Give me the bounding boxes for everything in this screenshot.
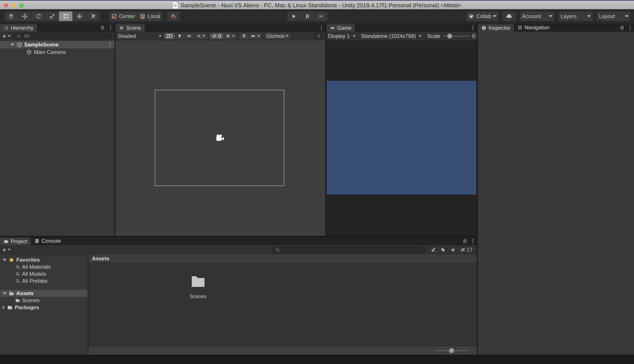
zoom-window-button[interactable] [19, 3, 24, 8]
layers-dropdown[interactable]: Layers [558, 11, 593, 21]
create-asset-button[interactable]: + [2, 247, 10, 253]
chevron-down-icon [257, 35, 260, 37]
scale-tool-button[interactable] [45, 11, 59, 21]
scene-visibility-button[interactable]: 0 [210, 33, 224, 40]
chevron-down-icon [353, 35, 356, 37]
tree-row-favorites[interactable]: Favorites [0, 256, 88, 264]
scale-slider[interactable] [443, 33, 469, 40]
custom-tools-button[interactable] [86, 11, 100, 21]
game-viewport[interactable] [326, 40, 477, 236]
hierarchy-row-main-camera[interactable]: Main Camera [0, 48, 114, 56]
cloud-button[interactable] [502, 11, 516, 21]
transform-tool-button[interactable] [73, 11, 86, 21]
project-search-input[interactable] [282, 246, 424, 253]
transform-icon [76, 13, 82, 19]
scene-lighting-button[interactable] [175, 33, 184, 40]
expand-collapse-icon[interactable] [3, 306, 5, 310]
window-controls [4, 1, 24, 10]
pivot-mode-button[interactable]: Center [109, 11, 137, 21]
scene-grid-dropdown[interactable] [224, 33, 237, 40]
move-tool-button[interactable] [18, 11, 32, 21]
search-by-label-button[interactable] [438, 246, 448, 253]
scene-search-field[interactable] [314, 33, 323, 40]
project-tabbar: Project Console [0, 237, 477, 245]
display-dropdown[interactable]: Display 1 [328, 33, 356, 39]
expand-collapse-icon[interactable] [3, 292, 6, 295]
asset-item-scenes-folder[interactable]: Scenes [184, 272, 212, 300]
search-by-type-button[interactable] [428, 246, 438, 253]
panel-menu-button[interactable] [472, 24, 474, 30]
pause-button[interactable] [300, 11, 314, 21]
unlock-icon [100, 25, 105, 30]
panel-menu-button[interactable] [629, 24, 631, 30]
scene-camera-dropdown[interactable] [249, 33, 262, 40]
draw-mode-dropdown[interactable]: Shaded [118, 33, 162, 39]
hierarchy-row-samplescene[interactable]: SampleScene [0, 41, 114, 48]
expand-collapse-icon[interactable] [3, 259, 6, 261]
tree-row-all-materials[interactable]: All Materials [0, 264, 88, 270]
close-window-button[interactable] [4, 3, 8, 8]
camera-gizmo-icon[interactable] [214, 133, 225, 144]
hierarchy-search-field[interactable] [14, 33, 112, 40]
grid-snapping-button[interactable] [167, 11, 180, 21]
tree-row-assets[interactable]: Assets [0, 290, 88, 297]
layout-dropdown[interactable]: Layout [596, 11, 631, 21]
project-breadcrumb: Assets [88, 254, 477, 263]
panel-menu-button[interactable] [320, 24, 323, 30]
light-bulb-icon [177, 34, 182, 39]
scene-audio-button[interactable] [184, 33, 194, 40]
lock-button[interactable] [462, 238, 468, 244]
account-label: Account [522, 13, 541, 19]
lock-button[interactable] [100, 25, 105, 30]
aspect-label: Standalone (1024x768) [361, 33, 416, 39]
collab-button[interactable]: Collab [466, 11, 499, 21]
aspect-dropdown[interactable]: Standalone (1024x768) [361, 33, 422, 39]
tab-game[interactable]: Game [326, 24, 355, 32]
tree-row-all-prefabs[interactable]: All Prefabs [0, 278, 88, 284]
tree-row-all-models[interactable]: All Models [0, 270, 88, 278]
rect-tool-button[interactable] [59, 11, 73, 21]
tree-row-packages[interactable]: Packages [0, 304, 88, 311]
thumbnail-size-slider[interactable] [435, 347, 468, 354]
shapes-icon [430, 247, 436, 252]
tab-console[interactable]: Console [31, 237, 64, 245]
panel-menu-button[interactable] [472, 238, 474, 244]
scene-viewport[interactable] [115, 40, 325, 236]
rotation-mode-button[interactable]: Local [137, 11, 162, 21]
scene-effects-dropdown[interactable] [194, 33, 207, 40]
scale-slider-thumb[interactable] [447, 34, 452, 38]
tab-inspector[interactable]: Inspector [478, 24, 514, 32]
hidden-packages-toggle[interactable]: 17 [458, 246, 474, 253]
hierarchy-search-input[interactable] [23, 33, 110, 40]
hand-tool-button[interactable] [4, 11, 18, 21]
asset-grid[interactable]: Scenes [88, 263, 477, 346]
gameobject-cube-icon [26, 49, 32, 55]
search-icon [316, 34, 322, 39]
scene-menu-button[interactable] [109, 42, 112, 48]
lock-button[interactable] [620, 25, 625, 30]
tab-navigation[interactable]: Navigation [514, 23, 553, 32]
panel-menu-button[interactable] [109, 24, 112, 30]
hidden-objects-count: 0 [218, 33, 221, 39]
hierarchy-tab-label: Hierarchy [11, 25, 34, 31]
play-button[interactable] [287, 11, 300, 21]
display-label: Display 1 [328, 33, 350, 39]
step-icon [318, 13, 324, 19]
thumbnail-slider-thumb[interactable] [449, 348, 454, 353]
gizmos-dropdown[interactable]: Gizmos [264, 33, 290, 40]
toggle-2d-button[interactable]: 2D [164, 33, 175, 40]
tab-scene[interactable]: Scene [115, 24, 145, 32]
tab-hierarchy[interactable]: Hierarchy [0, 24, 37, 32]
account-dropdown[interactable]: Account [520, 11, 555, 21]
tab-project[interactable]: Project [0, 238, 31, 245]
rotate-tool-button[interactable] [32, 11, 45, 21]
tree-row-scenes[interactable]: Scenes [0, 297, 88, 304]
component-tools-button[interactable] [239, 33, 249, 40]
move-icon [22, 13, 28, 19]
expand-collapse-icon[interactable] [10, 44, 14, 46]
create-menu-button[interactable]: + [2, 33, 10, 39]
step-button[interactable] [314, 11, 328, 21]
favorite-search-button[interactable] [448, 246, 458, 253]
minimize-window-button[interactable] [12, 3, 16, 8]
project-search-field[interactable] [272, 246, 426, 253]
